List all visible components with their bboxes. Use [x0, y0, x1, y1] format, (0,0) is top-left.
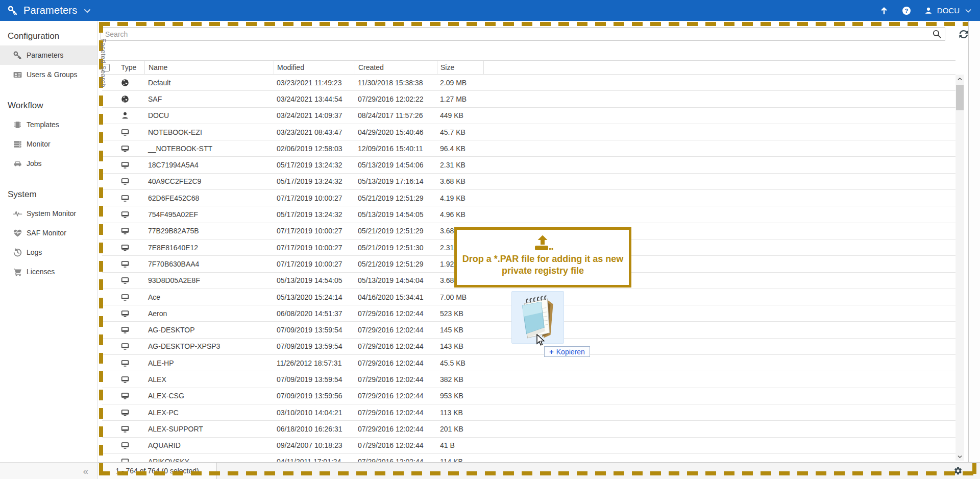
table-row[interactable]: __NOTEBOOK-STT02/06/2019 12:58:0312/09/2… [102, 140, 955, 157]
gear-icon[interactable] [953, 466, 963, 475]
table-row[interactable]: Default03/23/2021 11:49:2311/30/2018 15:… [102, 75, 955, 91]
row-created-cell: 12/09/2016 15:40:11 [355, 145, 437, 153]
row-type-cell [117, 342, 144, 350]
topbar-actions: ? DOCU [879, 6, 973, 16]
help-icon[interactable]: ? [901, 6, 912, 16]
table-row[interactable]: ALEX07/09/2019 13:59:5407/29/2016 12:02:… [102, 371, 955, 388]
row-name-cell: SAF [144, 95, 274, 103]
scrollbar-down-icon[interactable] [955, 452, 964, 461]
row-type-cell [117, 425, 144, 433]
app-menu[interactable]: Parameters [7, 5, 92, 16]
collapse-sidebar-button[interactable]: « [83, 466, 88, 476]
row-size-cell: 41 B [437, 441, 955, 449]
table-row[interactable]: ARIKOVSKY04/11/2011 17:01:2407/29/2016 1… [102, 454, 955, 462]
row-name-cell: ALEX [144, 375, 274, 384]
vertical-scrollbar[interactable] [955, 75, 964, 461]
table-row[interactable]: NOTEBOOK-EZI03/23/2021 08:43:4704/29/202… [102, 124, 955, 140]
computer-icon [121, 227, 129, 235]
row-modified-cell: 07/09/2019 13:59:54 [274, 375, 355, 384]
sidebar-item-saf-monitor[interactable]: SAF Monitor [0, 223, 97, 243]
table-row[interactable]: ALE-HP11/26/2012 18:57:3107/29/2016 12:0… [102, 355, 955, 371]
row-name-cell: Ace [144, 293, 274, 301]
row-type-cell [117, 309, 144, 318]
column-header-name[interactable]: Name [144, 61, 274, 74]
row-created-cell: 07/29/2016 12:02:44 [355, 409, 437, 417]
row-count-status: 1 - 764 of 764 (0 selected) [98, 463, 217, 479]
cart-icon [13, 267, 22, 277]
status-bar: 1 - 764 of 764 (0 selected) [98, 462, 980, 479]
row-created-cell: 05/13/2019 14:54:04 [355, 276, 437, 284]
scrollbar-thumb[interactable] [956, 85, 964, 110]
row-size-cell: 2.31 KB [437, 161, 955, 169]
row-created-cell: 07/29/2016 12:02:22 [355, 95, 437, 103]
computer-icon [121, 293, 129, 301]
search-icon[interactable] [932, 29, 942, 39]
row-created-cell: 07/29/2016 12:02:44 [355, 359, 437, 367]
row-size-cell: 45.7 KB [437, 128, 955, 136]
row-size-cell: 96.4 KB [437, 145, 955, 153]
table-row[interactable]: AQUARID09/24/2007 10:18:2307/29/2016 12:… [102, 438, 955, 454]
row-modified-cell: 02/06/2019 12:58:03 [274, 145, 355, 153]
user-menu[interactable]: DOCU [924, 6, 973, 15]
row-type-cell [117, 326, 144, 334]
scrollbar-up-icon[interactable] [955, 75, 964, 83]
scroll-to-top-icon[interactable] [879, 6, 889, 16]
search-input[interactable] [101, 27, 945, 41]
sidebar-item-users-groups[interactable]: Users & Groups [0, 65, 97, 84]
row-created-cell: 05/13/2019 14:54:06 [355, 161, 437, 169]
sidebar-section-title: Configuration [0, 27, 97, 45]
computer-icon [121, 161, 129, 169]
column-header-type[interactable]: Type [117, 61, 144, 74]
table-row[interactable]: ALEX-PC03/10/2010 14:04:2107/29/2016 12:… [102, 404, 955, 421]
row-type-cell [117, 145, 144, 153]
table-row[interactable]: 40A9CC2FE2C905/17/2019 13:24:3205/13/201… [102, 174, 955, 190]
drag-ghost: + Kopieren [511, 291, 564, 344]
table-row[interactable]: 754F495A02EF05/17/2019 13:24:3205/13/201… [102, 206, 955, 223]
table-row[interactable]: DOCU03/24/2021 14:09:3708/24/2017 11:57:… [102, 108, 955, 124]
computer-icon [121, 375, 129, 384]
row-modified-cell: 09/24/2007 10:18:23 [274, 441, 355, 449]
sidebar-item-licenses[interactable]: Licenses [0, 262, 97, 281]
row-size-cell: 449 KB [437, 111, 955, 119]
row-created-cell: 07/29/2016 12:02:44 [355, 326, 437, 334]
sidebar-item-jobs[interactable]: Jobs [0, 154, 97, 173]
sidebar-item-templates[interactable]: Templates [0, 115, 97, 134]
computer-icon [121, 409, 129, 417]
row-modified-cell: 03/10/2010 14:04:21 [274, 409, 355, 417]
row-created-cell: 04/29/2020 15:40:46 [355, 128, 437, 136]
row-name-cell: ALEX-PC [144, 409, 274, 417]
chevron-down-icon[interactable] [82, 6, 92, 16]
column-header-size[interactable]: Size [437, 61, 484, 74]
row-name-cell: Default [144, 79, 274, 87]
sidebar-item-label: Monitor [27, 140, 51, 148]
row-type-cell [117, 293, 144, 301]
sidebar-item-system-monitor[interactable]: System Monitor [0, 204, 97, 223]
sidebar-item-logs[interactable]: Logs [0, 243, 97, 262]
computer-icon [121, 244, 129, 252]
row-name-cell: AQUARID [144, 441, 274, 449]
row-type-cell [117, 375, 144, 384]
table-row[interactable]: 62D6FE452C6807/17/2019 10:00:2705/21/201… [102, 190, 955, 206]
row-name-cell: ARIKOVSKY [144, 458, 274, 462]
row-type-cell [117, 227, 144, 235]
row-type-cell [117, 177, 144, 185]
column-header-modified[interactable]: Modified [274, 61, 355, 74]
row-size-cell: 953 KB [437, 392, 955, 400]
svg-text:?: ? [904, 7, 908, 13]
column-header-created[interactable]: Created [355, 61, 437, 74]
table-row[interactable]: ALEX-SUPPORT06/18/2010 16:26:3107/29/201… [102, 421, 955, 437]
sidebar-item-label: System Monitor [27, 209, 76, 218]
globe-icon [121, 79, 129, 87]
row-created-cell: 04/16/2020 15:34:41 [355, 293, 437, 301]
faceted-search-panel-toggle[interactable] [968, 21, 980, 462]
row-modified-cell: 03/23/2021 11:49:23 [274, 79, 355, 87]
row-name-cell: AG-DESKTOP [144, 326, 274, 334]
server-icon [13, 139, 22, 149]
sidebar-item-monitor[interactable]: Monitor [0, 134, 97, 154]
par-file-dropzone[interactable]: Drop a *.PAR file for adding it as new p… [454, 227, 631, 288]
sidebar-item-parameters[interactable]: Parameters [0, 45, 97, 65]
dropzone-text-line2: private registry file [457, 265, 629, 277]
table-row[interactable]: ALEX-CSG07/09/2019 13:59:5607/29/2016 12… [102, 388, 955, 404]
table-row[interactable]: SAF03/24/2021 13:44:5407/29/2016 12:02:2… [102, 91, 955, 107]
table-row[interactable]: 18C71994A5A405/17/2019 13:24:3205/13/201… [102, 157, 955, 173]
